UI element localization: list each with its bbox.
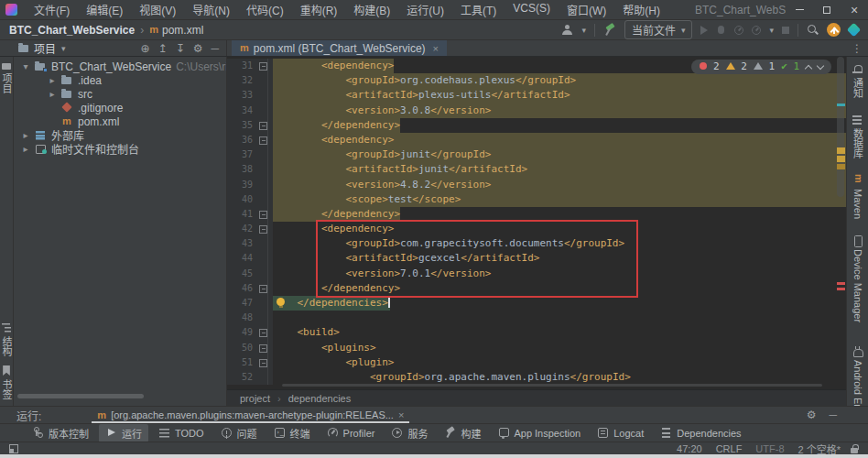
tree-item[interactable]: ▾ BTC_Chart_WebService C:\Users\richardh… (14, 60, 226, 73)
line-number[interactable]: 48 (227, 311, 256, 325)
menu-item[interactable]: 帮助(H) (615, 0, 667, 19)
fold-gutter[interactable] (256, 251, 273, 266)
fold-gutter[interactable] (256, 370, 273, 385)
line-number[interactable]: 43 (227, 236, 256, 251)
tool-window-button[interactable]: Profiler (320, 425, 382, 441)
tool-window-button[interactable]: TODO (152, 425, 211, 441)
line-number[interactable]: 52 (227, 370, 256, 385)
debug-button[interactable] (716, 25, 726, 35)
tool-window-switcher-icon[interactable] (9, 444, 18, 453)
code-area[interactable]: 31 <dependency> 32 <groupId>org.codehaus… (227, 57, 846, 389)
tool-window-button[interactable]: 问题 (214, 424, 264, 442)
tree-item[interactable]: .gitignore (14, 101, 226, 114)
line-number[interactable]: 47 (227, 296, 256, 311)
line-number[interactable]: 46 (227, 281, 256, 296)
prev-problem-icon[interactable] (805, 64, 812, 71)
fold-gutter[interactable] (256, 118, 273, 133)
fold-gutter[interactable] (256, 341, 273, 355)
fold-gutter[interactable] (256, 133, 273, 147)
fold-gutter[interactable] (256, 355, 273, 370)
breadcrumb-project-tag[interactable]: project (240, 393, 270, 404)
panel-action-icon[interactable]: ⚙ (807, 409, 817, 421)
fold-gutter[interactable] (256, 222, 273, 236)
tool-window-button[interactable]: Logcat (591, 425, 650, 441)
fold-gutter[interactable] (256, 162, 273, 177)
tool-button[interactable]: 结构 (0, 318, 14, 361)
menu-item[interactable]: 代码(C) (239, 0, 291, 19)
tab-close-icon[interactable]: × (433, 43, 439, 54)
panel-action-icon[interactable]: ─ (211, 42, 219, 55)
fold-gutter[interactable] (256, 325, 273, 340)
line-number[interactable]: 51 (227, 355, 256, 370)
tool-window-button[interactable]: 运行 (99, 424, 148, 442)
tree-chevron-icon[interactable]: ▸ (48, 75, 57, 85)
run-button[interactable] (700, 26, 708, 35)
tree-item[interactable]: ▸ 外部库 (14, 128, 226, 142)
line-number[interactable]: 42 (227, 222, 256, 236)
line-ending[interactable]: CRLF (716, 443, 743, 454)
line-number[interactable]: 39 (227, 178, 256, 192)
line-number[interactable]: 31 (227, 59, 256, 73)
tool-window-button[interactable]: 服务 (385, 424, 434, 442)
tree-item[interactable]: pom.xml (14, 114, 226, 128)
line-number[interactable]: 41 (227, 207, 256, 222)
fold-gutter[interactable] (256, 147, 273, 162)
build-hammer-icon[interactable] (603, 24, 616, 36)
next-problem-icon[interactable] (817, 61, 824, 69)
menu-item[interactable]: 重构(R) (293, 0, 345, 19)
menu-item[interactable]: 导航(N) (185, 0, 237, 19)
breadcrumb-project[interactable]: BTC_Chart_WebService (9, 24, 135, 37)
tree-item[interactable]: ▸ .idea (14, 73, 226, 87)
close-button[interactable]: × (841, 0, 868, 19)
menu-item[interactable]: 文件(F) (27, 0, 77, 19)
line-number[interactable]: 45 (227, 267, 256, 281)
tool-window-button[interactable]: 构建 (438, 424, 487, 442)
tool-button[interactable]: 书签 (0, 361, 14, 404)
update-available-icon[interactable] (827, 23, 841, 37)
menu-item[interactable]: VCS(S) (505, 0, 558, 19)
tool-button[interactable]: 数据库 (851, 110, 865, 163)
fold-gutter[interactable] (256, 73, 273, 88)
tool-button[interactable]: Maven (852, 170, 863, 224)
search-everywhere-icon[interactable] (807, 24, 819, 36)
fold-gutter[interactable] (256, 311, 273, 325)
fold-gutter[interactable] (256, 88, 273, 103)
tree-chevron-icon[interactable]: ▾ (21, 61, 30, 71)
tool-button[interactable]: Device Manager (852, 231, 863, 327)
line-number[interactable]: 44 (227, 251, 256, 266)
caret-position[interactable]: 47:20 (677, 443, 702, 454)
fold-gutter[interactable] (256, 207, 273, 222)
menu-item[interactable]: 工具(T) (453, 0, 504, 19)
run-config-tab[interactable]: m [org.apache.maven.plugins:maven-archet… (92, 407, 409, 423)
run-configuration-select[interactable]: 当前文件▾ (624, 20, 693, 39)
tool-window-button[interactable]: 终端 (267, 424, 317, 442)
intention-bulb-icon[interactable] (276, 298, 286, 308)
lock-icon[interactable] (851, 444, 859, 453)
menu-item[interactable]: 编辑(E) (79, 0, 130, 19)
tree-horizontal-scrollbar[interactable] (17, 394, 144, 398)
line-number[interactable]: 40 (227, 192, 256, 207)
tree-chevron-icon[interactable]: ▸ (21, 144, 30, 154)
panel-action-icon[interactable]: ⚙ (193, 42, 203, 55)
fold-gutter[interactable] (256, 178, 273, 192)
editor-vertical-scrollbar[interactable] (837, 57, 844, 197)
maximize-button[interactable] (813, 0, 841, 19)
chevron-down-icon[interactable]: ▾ (61, 44, 66, 53)
menu-item[interactable]: 运行(U) (399, 0, 451, 19)
fold-gutter[interactable] (256, 296, 273, 311)
inspections-widget[interactable]: 2 2 1 ✔ 1 (691, 60, 831, 74)
panel-action-icon[interactable]: ⊕ (141, 42, 150, 55)
line-number[interactable]: 49 (227, 325, 256, 340)
panel-action-icon[interactable]: ─ (829, 409, 837, 421)
line-number[interactable]: 36 (227, 133, 256, 147)
menu-item[interactable]: 窗口(W) (559, 0, 613, 19)
coverage-button[interactable] (752, 26, 761, 35)
tool-window-button[interactable]: App Inspection (491, 425, 587, 441)
fold-gutter[interactable] (256, 104, 273, 118)
profiler-button[interactable] (734, 26, 743, 35)
breadcrumb-dependencies-tag[interactable]: dependencies (288, 393, 352, 404)
profile-icon[interactable] (561, 24, 573, 36)
assistant-gem-icon[interactable] (847, 23, 862, 38)
panel-action-icon[interactable]: ↧ (176, 42, 185, 55)
editor-horizontal-scrollbar[interactable] (282, 384, 822, 387)
